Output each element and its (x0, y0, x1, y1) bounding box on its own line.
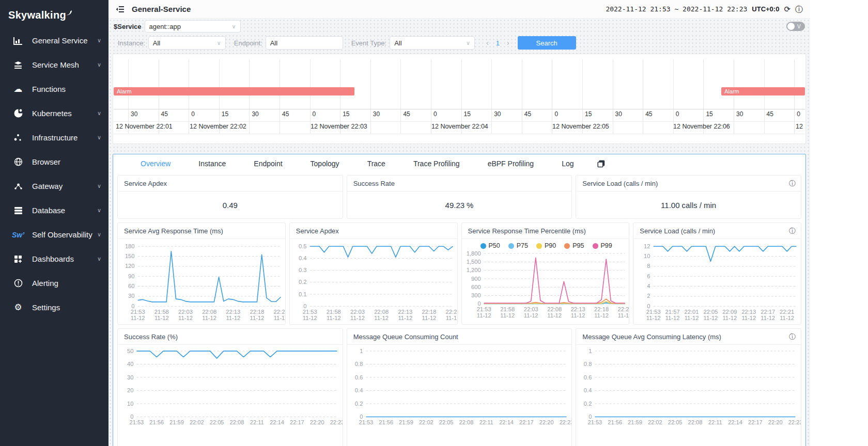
svg-text:150: 150 (125, 253, 135, 259)
sidebar-item-browser[interactable]: Browser (0, 150, 109, 174)
legend-item-p99[interactable]: P99 (593, 242, 612, 249)
alarm-event-bar[interactable]: Alarm (721, 87, 805, 95)
svg-text:22:14: 22:14 (729, 419, 743, 425)
svg-text:22:0511-12: 22:0511-12 (704, 309, 718, 321)
chevron-down-icon: ∨ (466, 40, 470, 46)
endpoint-input[interactable] (266, 36, 343, 50)
chart-legend[interactable]: P50P75P90P95P99 (462, 239, 629, 249)
tab-instance[interactable]: Instance (184, 160, 240, 168)
current-page[interactable]: 1 (496, 39, 500, 47)
legend-dot (593, 243, 598, 249)
svg-text:600: 600 (471, 284, 481, 290)
info-icon[interactable]: ⓘ (795, 5, 803, 13)
kubernetes-icon (12, 108, 24, 119)
svg-text:12: 12 (644, 243, 650, 249)
chevron-down-icon: ∨ (97, 37, 101, 44)
event-timeline-panel: 3045015304501530450153045015304501530450… (113, 54, 806, 144)
collapse-menu-icon[interactable] (116, 6, 125, 13)
svg-text:22:0811-12: 22:0811-12 (374, 309, 389, 321)
toggle-label: V (797, 24, 801, 29)
sidebar-item-alerting[interactable]: Alerting (0, 271, 109, 295)
sidebar-item-dashboards[interactable]: Dashboards ∨ (0, 247, 109, 271)
line-chart[interactable]: 02468101221:5311-1221:5711-1222:0111-122… (633, 240, 801, 325)
info-icon[interactable]: ⓘ (789, 332, 796, 342)
sidebar-item-gateway[interactable]: Gateway ∨ (0, 174, 109, 198)
line-chart[interactable]: 00.20.40.60.8121:5321:5621:5922:0222:052… (347, 346, 572, 425)
info-icon[interactable]: ⓘ (789, 227, 796, 236)
tab-endpoint[interactable]: Endpoint (240, 160, 296, 168)
timeline-date-label: 12 November 22:03 (311, 123, 367, 130)
sidebar-item-self-observability[interactable]: Sw’ Self Observability ∨ (0, 222, 109, 247)
tab-trace[interactable]: Trace (353, 160, 399, 168)
svg-text:21:5311-12: 21:5311-12 (131, 309, 145, 321)
timeline-gridline (794, 59, 795, 134)
svg-text:0.3: 0.3 (299, 267, 307, 273)
refresh-icon[interactable]: ⟳ (784, 5, 791, 13)
svg-text:22:20: 22:20 (768, 419, 783, 425)
svg-text:22:11: 22:11 (479, 419, 493, 425)
event-timeline[interactable]: 3045015304501530450153045015304501530450… (114, 59, 805, 134)
legend-item-p95[interactable]: P95 (564, 242, 584, 249)
sidebar-item-general-service[interactable]: General Service ∨ (0, 28, 109, 53)
timeline-gridline (522, 59, 522, 134)
tab-ebpf-profiling[interactable]: eBPF Profiling (474, 160, 548, 168)
svg-text:22:1811-12: 22:1811-12 (250, 309, 264, 321)
view-toggle[interactable]: V (786, 22, 805, 31)
instance-select[interactable]: All ∨ (148, 36, 226, 50)
sidebar-item-settings[interactable]: ⚙ Settings (0, 295, 109, 320)
timeline-tick-label: 45 (645, 110, 652, 118)
legend-item-p75[interactable]: P75 (508, 242, 528, 249)
svg-text:22:1311-12: 22:1311-12 (742, 309, 756, 321)
svg-text:21:56: 21:56 (379, 419, 393, 425)
timeline-tick-label: 30 (373, 110, 380, 118)
database-icon (12, 205, 24, 216)
sidebar-item-service-mesh[interactable]: Service Mesh ∨ (0, 53, 109, 77)
chevron-down-icon: ∨ (231, 23, 236, 30)
info-icon[interactable]: ⓘ (789, 179, 796, 188)
line-chart[interactable]: 00.10.20.30.40.521:5311-1221:5811-1222:0… (290, 240, 457, 325)
line-chart[interactable]: 00.20.40.60.8121:5321:5621:5922:0222:052… (576, 346, 801, 425)
timeline-tick-label: 45 (524, 110, 531, 118)
timeline-tick-label: 0 (676, 110, 679, 118)
tab-trace-profiling[interactable]: Trace Profiling (399, 160, 474, 168)
sidebar-item-functions[interactable]: ☁ Functions (0, 77, 109, 101)
chevron-down-icon: ∨ (97, 207, 101, 214)
service-select[interactable]: agent::app ∨ (145, 20, 241, 33)
time-range-picker[interactable]: 2022-11-12 21:53 ~ 2022-11-12 22:23 (606, 5, 747, 13)
sidebar-item-kubernetes[interactable]: Kubernetes ∨ (0, 101, 109, 125)
timeline-gridline (249, 59, 250, 134)
sidebar-item-database[interactable]: Database ∨ (0, 198, 109, 222)
alarm-event-bar[interactable]: Alarm (114, 87, 354, 95)
chart-card-mq-consuming-latency: ⓘ Message Queue Avg Consuming Latency (m… (576, 328, 801, 446)
legend-dot (536, 243, 542, 249)
line-chart[interactable]: 030609012015018021:5311-1221:5811-1222:0… (118, 240, 285, 325)
copy-dashboard-icon[interactable] (597, 160, 605, 168)
sidebar-item-label: Gateway (32, 182, 97, 190)
legend-dot (508, 243, 514, 249)
svg-text:22:23: 22:23 (559, 419, 571, 425)
gateway-network-icon (12, 181, 24, 192)
legend-item-p90[interactable]: P90 (536, 242, 556, 249)
svg-text:1,200: 1,200 (466, 267, 481, 273)
tab-topology[interactable]: Topology (297, 160, 353, 168)
svg-text:4: 4 (647, 283, 650, 289)
card-title: Service Load (calls / min) (576, 176, 801, 192)
search-button[interactable]: Search (518, 36, 576, 50)
tab-overview[interactable]: Overview (127, 160, 184, 168)
legend-item-p50[interactable]: P50 (481, 242, 500, 249)
svg-text:0.4: 0.4 (584, 387, 592, 393)
instance-filter-label: Instance: (118, 39, 145, 47)
svg-text:40: 40 (127, 361, 133, 367)
line-chart[interactable]: 03006009001,2001,5001,80021:5311-1221:58… (462, 250, 629, 325)
event-type-select[interactable]: All ∨ (390, 36, 475, 50)
next-page-icon[interactable]: › (507, 39, 509, 47)
svg-text:22:0911-12: 22:0911-12 (723, 309, 737, 321)
sidebar-item-infrastructure[interactable]: Infrastructure ∨ (0, 125, 109, 150)
timeline-tick-label: 45 (767, 110, 773, 118)
event-type-filter-label: Event Type: (351, 39, 386, 47)
tab-log[interactable]: Log (548, 160, 587, 168)
svg-text:22:14: 22:14 (270, 419, 284, 425)
line-chart[interactable]: 0102030405021:5321:5621:5922:0222:0522:0… (118, 346, 343, 425)
globe-icon (12, 157, 24, 167)
prev-page-icon[interactable]: ‹ (486, 39, 489, 47)
